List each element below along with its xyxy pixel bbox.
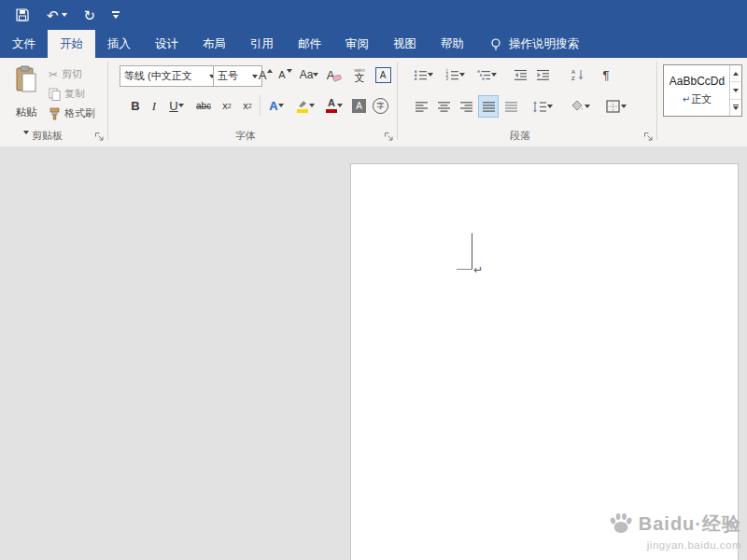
page[interactable]: ↵ — [350, 163, 739, 560]
show-marks-button[interactable]: ¶ — [597, 64, 615, 85]
triangle-down-icon — [287, 69, 292, 73]
tab-home[interactable]: 开始 — [48, 30, 95, 58]
redo-button[interactable]: ↻ — [84, 8, 96, 22]
document-canvas[interactable]: ↵ Baidu·经验 jingyan.baidu.com — [0, 147, 747, 560]
italic-button[interactable]: I — [148, 95, 161, 116]
subscript-button[interactable]: x2 — [218, 95, 235, 116]
paragraph-dialog-launcher[interactable] — [643, 132, 654, 142]
tab-view[interactable]: 视图 — [381, 30, 429, 58]
highlighter-icon — [296, 99, 309, 113]
tab-insert[interactable]: 插入 — [95, 30, 143, 58]
numbering-button[interactable]: 1 2 3 — [442, 64, 468, 85]
titlebar: ↶ ↻ — [0, 0, 747, 30]
tab-help[interactable]: 帮助 — [429, 30, 476, 58]
decrease-indent-button[interactable] — [511, 64, 529, 85]
character-border-icon: A — [375, 67, 391, 83]
format-painter-button[interactable]: 格式刷 — [49, 105, 95, 122]
shading-button[interactable] — [567, 96, 593, 117]
increase-indent-button[interactable] — [533, 64, 552, 85]
align-left-button[interactable] — [412, 96, 430, 117]
triangle-down-icon — [733, 89, 739, 92]
change-case-button[interactable]: Aa — [297, 64, 321, 85]
qat-customize-button[interactable] — [112, 11, 120, 19]
tab-review[interactable]: 审阅 — [333, 30, 381, 58]
tab-layout[interactable]: 布局 — [190, 30, 238, 58]
distribute-button[interactable] — [501, 96, 520, 117]
align-right-button[interactable] — [457, 96, 475, 117]
shrink-font-button[interactable]: A — [276, 64, 294, 85]
font-group-label: 字体 — [107, 129, 384, 143]
clear-formatting-button[interactable]: A — [325, 64, 344, 85]
tab-file[interactable]: 文件 — [0, 30, 48, 58]
increase-indent-icon — [536, 69, 550, 81]
tell-me-label: 操作说明搜索 — [509, 36, 579, 52]
tab-design[interactable]: 设计 — [143, 30, 190, 58]
character-shading-button[interactable]: A — [350, 95, 368, 116]
gallery-scroll-up[interactable] — [730, 65, 741, 82]
line-spacing-icon — [532, 101, 547, 113]
align-center-icon — [437, 101, 451, 113]
superscript-button[interactable]: x2 — [239, 95, 256, 116]
tab-references[interactable]: 引用 — [238, 30, 286, 58]
font-name-value: 等线 (中文正文 — [124, 69, 192, 83]
enclose-characters-button[interactable]: 字 — [372, 95, 389, 116]
chevron-down-icon — [491, 73, 497, 77]
chevron-down-icon — [337, 104, 343, 107]
font-size-combo[interactable]: 五号 — [213, 65, 262, 87]
text-caret — [472, 233, 472, 269]
character-border-button[interactable]: A — [374, 64, 391, 85]
gallery-scrollbar — [729, 65, 741, 116]
font-name-combo[interactable]: 等线 (中文正文 — [120, 65, 219, 87]
line-spacing-button[interactable] — [529, 96, 556, 117]
bullets-icon — [414, 69, 428, 81]
style-item-normal[interactable]: AaBbCcDd ↵ 正文 — [664, 65, 730, 116]
triangle-up-icon — [267, 69, 273, 73]
clipboard-dialog-launcher[interactable] — [94, 132, 105, 142]
decrease-indent-icon — [514, 69, 528, 81]
align-center-button[interactable] — [434, 96, 453, 117]
tell-me-search[interactable]: 操作说明搜索 — [489, 30, 579, 58]
undo-button[interactable]: ↶ — [47, 8, 67, 22]
gallery-scroll-down[interactable] — [730, 82, 741, 99]
tab-mailings[interactable]: 邮件 — [286, 30, 333, 58]
chevron-down-icon — [178, 104, 184, 107]
multilevel-list-button[interactable] — [473, 64, 500, 85]
baidu-paw-icon — [608, 511, 634, 537]
ribbon-tab-bar: 文件 开始 插入 设计 布局 引用 邮件 审阅 视图 帮助 操作说明搜索 — [0, 30, 747, 58]
underline-button[interactable]: U — [164, 95, 189, 116]
justify-button[interactable] — [479, 96, 498, 117]
grow-font-button[interactable]: A — [257, 64, 275, 85]
watermark-brand: Baidu·经验 — [639, 511, 741, 537]
group-font: 等线 (中文正文 五号 A A Aa A — [107, 58, 397, 146]
justify-icon — [482, 101, 496, 113]
numbering-icon: 1 2 3 — [445, 69, 459, 81]
paste-button[interactable]: 粘贴 — [6, 63, 47, 137]
bold-button[interactable]: B — [127, 95, 144, 116]
multilevel-list-icon — [477, 69, 491, 81]
cut-label: 剪切 — [62, 67, 82, 81]
copy-icon — [49, 88, 61, 101]
gallery-more-button[interactable] — [730, 100, 741, 116]
text-effects-button[interactable]: A — [264, 95, 289, 116]
cut-button[interactable]: ✂ 剪切 — [49, 65, 82, 83]
group-paragraph: 1 2 3 — [397, 58, 656, 146]
align-left-icon — [415, 101, 429, 113]
highlight-button[interactable] — [292, 95, 318, 116]
sort-icon: A Z — [571, 68, 585, 81]
chevron-down-icon — [428, 73, 433, 77]
paragraph-mark: ↵ — [473, 263, 483, 276]
copy-button[interactable]: 复制 — [49, 85, 85, 103]
sort-button[interactable]: A Z — [567, 64, 589, 85]
font-color-button[interactable]: A — [322, 95, 346, 116]
strikethrough-button[interactable]: abc — [192, 95, 215, 116]
copy-label: 复制 — [64, 87, 85, 101]
phonetic-guide-button[interactable]: wén 文 — [349, 63, 370, 87]
save-button[interactable] — [15, 7, 30, 22]
bullets-button[interactable] — [410, 64, 436, 85]
separator — [260, 95, 261, 116]
font-dialog-launcher[interactable] — [384, 132, 394, 142]
style-preview: AaBbCcDd — [669, 75, 725, 88]
borders-button[interactable] — [602, 96, 630, 117]
group-clipboard: 粘贴 ✂ 剪切 复制 格式刷 — [0, 58, 107, 146]
scissors-icon: ✂ — [49, 68, 58, 81]
